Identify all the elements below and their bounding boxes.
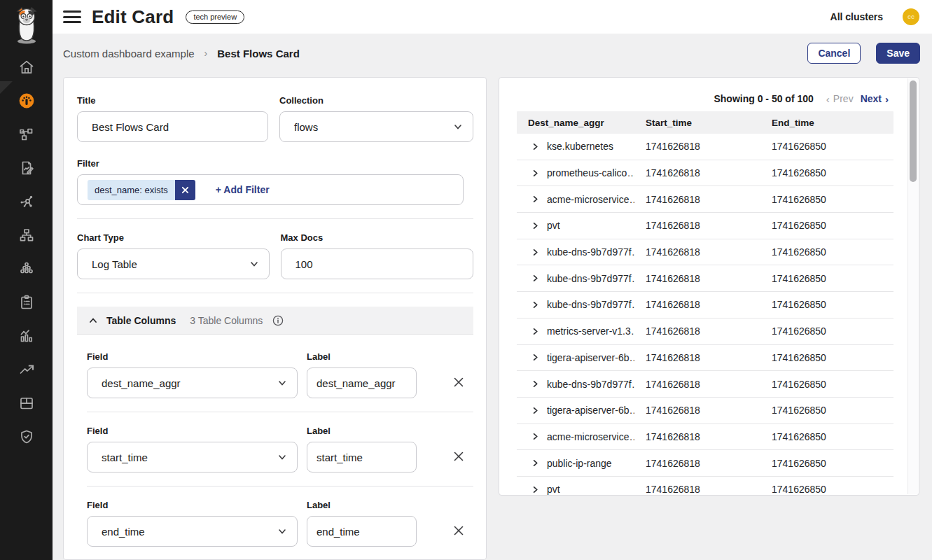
table-row[interactable]: kube-dns-9b7d977f… 1741626818 1741626850 [517,292,893,318]
table-row[interactable]: tigera-apiserver-6b… 1741626818 17416268… [517,345,893,372]
expand-row-chevron-icon[interactable] [531,380,539,388]
cell-dest-name: prometheus-calico… [547,167,634,178]
cancel-button[interactable]: Cancel [807,43,861,64]
sidebar-item-activity[interactable] [0,353,53,386]
chart-type-select[interactable]: Log Table [77,248,270,279]
table-row[interactable]: pvt 1741626818 1741626850 [517,477,893,496]
filter-chip-text: dest_name: exists [88,180,175,200]
table-row[interactable]: metrics-server-v1.3… 1741626818 17416268… [517,318,893,345]
info-icon[interactable] [272,315,284,326]
label-input[interactable] [307,442,417,472]
title-input[interactable] [77,111,268,142]
field-select-value: dest_name_aggr [102,377,181,389]
expand-row-chevron-icon[interactable] [531,354,539,361]
sitemap-icon [18,227,35,244]
cell-start-time: 1741626818 [634,194,760,205]
save-button[interactable]: Save [876,43,920,64]
sidebar-item-reports[interactable] [0,151,53,185]
chart-type-select-value: Log Table [92,258,137,270]
table-row[interactable]: kube-dns-9b7d977f… 1741626818 1741626850 [517,265,893,292]
cell-end-time: 1741626850 [760,141,893,152]
data-preview-panel: Showing 0 - 50 of 100 ‹ Prev Next › Dest… [499,77,919,496]
label-input[interactable] [307,516,417,547]
max-docs-input[interactable] [281,248,474,279]
expand-row-chevron-icon[interactable] [531,248,539,256]
table-row[interactable]: kube-dns-9b7d977f… 1741626818 1741626850 [517,371,893,398]
expand-row-chevron-icon[interactable] [531,195,539,203]
table-column-editor-row: Field dest_name_aggr Label [87,351,473,398]
trending-up-icon [18,361,35,378]
cell-end-time: 1741626850 [760,299,893,310]
breadcrumb-current: Best Flows Card [217,48,300,59]
sidebar-item-network[interactable] [0,185,53,218]
sidebar-item-security[interactable] [0,420,53,454]
expand-row-chevron-icon[interactable] [531,407,539,414]
table-row[interactable]: public-ip-range 1741626818 1741626850 [517,450,893,477]
expand-row-chevron-icon[interactable] [531,169,539,177]
cell-start-time: 1741626818 [634,379,760,390]
filter-box[interactable]: dest_name: exists + Add Filter [77,174,464,205]
add-filter-link[interactable]: + Add Filter [216,184,270,195]
table-row[interactable]: acme-microservice… 1741626818 1741626850 [517,424,893,451]
table-columns-title: Table Columns [106,315,176,326]
breadcrumb-parent[interactable]: Custom dashboard example [63,48,195,59]
expand-row-chevron-icon[interactable] [531,222,539,230]
remove-column-button[interactable] [450,447,468,465]
sidebar-item-inventory[interactable] [0,386,53,420]
tech-preview-badge: tech preview [186,10,244,24]
cell-end-time: 1741626850 [760,194,893,205]
chevron-down-icon [453,122,463,132]
remove-column-button[interactable] [450,373,468,391]
label-input[interactable] [307,368,417,398]
expand-row-chevron-icon[interactable] [531,486,539,493]
scrollbar-track[interactable] [907,78,918,494]
divider [77,293,473,293]
expand-row-chevron-icon[interactable] [531,301,539,309]
field-select[interactable]: end_time [87,516,298,547]
cluster-selector[interactable]: All clusters [830,11,883,22]
hamburger-menu-icon[interactable] [63,10,81,24]
field-label: Field [87,426,298,436]
sidebar-item-service-graph[interactable] [0,118,53,151]
table-row[interactable]: kube-dns-9b7d977f… 1741626818 1741626850 [517,239,893,266]
preview-table-header-row: Dest_name_aggr Start_time End_time [517,111,893,134]
close-icon [452,376,465,388]
breadcrumb-bar: Custom dashboard example › Best Flows Ca… [53,34,932,73]
cell-end-time: 1741626850 [760,379,893,390]
remove-column-button[interactable] [450,522,468,540]
user-avatar[interactable]: cc [903,8,919,25]
chevron-down-icon [277,526,287,536]
network-icon [18,193,35,210]
chevron-down-icon [277,452,287,462]
field-select[interactable]: start_time [87,442,298,472]
table-columns-section-header[interactable]: Table Columns 3 Table Columns [77,307,473,335]
expand-row-chevron-icon[interactable] [531,459,539,467]
next-page-button[interactable]: Next › [861,93,889,104]
sidebar-item-statistics[interactable] [0,319,53,353]
table-row[interactable]: acme-microservice… 1741626818 1741626850 [517,186,893,213]
cell-dest-name: kse.kubernetes [547,141,613,152]
table-row[interactable]: tigera-apiserver-6b… 1741626818 17416268… [517,398,893,424]
sidebar-item-home[interactable] [0,50,53,84]
scrollbar-thumb[interactable] [910,80,917,182]
expand-row-chevron-icon[interactable] [531,143,539,150]
divider [87,486,473,486]
chevron-down-icon [277,378,287,388]
expand-row-chevron-icon[interactable] [531,433,539,440]
expand-row-chevron-icon[interactable] [531,274,539,282]
collection-select[interactable]: flows [279,111,473,142]
table-row[interactable]: kse.kubernetes 1741626818 1741626850 [517,134,893,160]
field-select[interactable]: dest_name_aggr [87,368,298,398]
table-row[interactable]: pvt 1741626818 1741626850 [517,213,893,239]
sidebar-item-clusters[interactable] [0,252,53,286]
prev-page-button[interactable]: ‹ Prev [826,93,854,104]
sidebar-item-sitemap[interactable] [0,218,53,252]
compliance-icon [18,294,35,311]
table-row[interactable]: prometheus-calico… 1741626818 1741626850 [517,160,893,187]
sidebar-item-compliance[interactable] [0,286,53,319]
filter-chip-remove-button[interactable] [175,180,195,200]
expand-row-chevron-icon[interactable] [531,328,539,335]
cell-dest-name: public-ip-range [547,458,612,469]
calico-cat-logo[interactable] [11,7,43,45]
close-icon [452,524,465,537]
